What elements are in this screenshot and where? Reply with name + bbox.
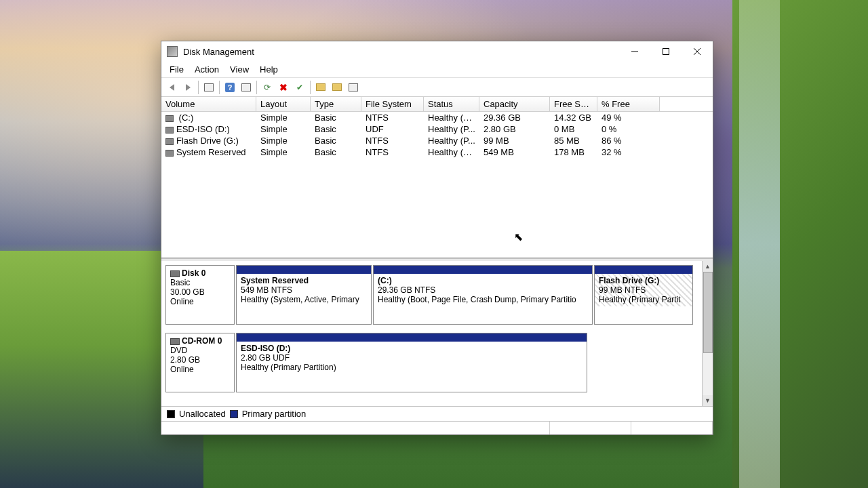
partition-header <box>374 266 592 274</box>
volume-row[interactable]: (C:)SimpleBasicNTFSHealthy (B...29.36 GB… <box>161 112 713 123</box>
menu-file[interactable]: File <box>164 63 189 76</box>
volume-row[interactable]: Flash Drive (G:)SimpleBasicNTFSHealthy (… <box>161 135 713 146</box>
menu-action[interactable]: Action <box>189 63 224 76</box>
volume-cell: Simple <box>256 113 311 123</box>
volume-cell: 85 MB <box>550 136 597 146</box>
toolbar-separator <box>198 81 199 94</box>
disk-label[interactable]: Disk 0Basic30.00 GBOnline <box>165 265 235 325</box>
partition[interactable]: (C:)29.36 GB NTFSHealthy (Boot, Page Fil… <box>373 265 593 325</box>
volume-cell: Simple <box>256 147 311 157</box>
properties-button[interactable] <box>239 80 254 95</box>
scroll-down-button[interactable]: ▼ <box>703 395 713 406</box>
graphical-view: Disk 0Basic30.00 GBOnlineSystem Reserved… <box>161 261 713 406</box>
legend: Unallocated Primary partition <box>161 406 713 421</box>
volume-cell: 99 MB <box>479 136 550 146</box>
check-button[interactable]: ✔ <box>292 80 307 95</box>
partition-header <box>237 266 371 274</box>
disk-row: Disk 0Basic30.00 GBOnlineSystem Reserved… <box>165 265 709 325</box>
scroll-up-button[interactable]: ▲ <box>703 261 713 272</box>
volume-cell: 86 % <box>597 136 660 146</box>
toolbar-separator <box>219 81 220 94</box>
menu-view[interactable]: View <box>224 63 254 76</box>
volume-cell: 32 % <box>597 147 660 157</box>
panel-icon <box>204 83 214 92</box>
partition[interactable]: Flash Drive (G:)99 MB NTFSHealthy (Prima… <box>594 265 693 325</box>
col-type[interactable]: Type <box>311 97 361 111</box>
volume-cell: 49 % <box>597 113 660 123</box>
refresh-button[interactable]: ⟳ <box>260 80 275 95</box>
help-button[interactable]: ? <box>222 80 237 95</box>
volume-cell: NTFS <box>361 113 424 123</box>
volume-cell: Healthy (B... <box>424 113 479 123</box>
forward-button[interactable] <box>180 80 195 95</box>
volume-cell: ESD-ISO (D:) <box>161 124 256 134</box>
volume-cell: Healthy (S... <box>424 147 479 157</box>
x-icon: ✖ <box>279 82 288 93</box>
volume-cell: Simple <box>256 136 311 146</box>
volume-cell: Basic <box>311 136 361 146</box>
app-icon <box>167 46 178 57</box>
properties-icon <box>241 83 251 92</box>
toolbar-separator <box>256 81 257 94</box>
folder-icon <box>316 83 326 91</box>
col-freespace[interactable]: Free Spa... <box>550 97 597 111</box>
col-capacity[interactable]: Capacity <box>479 97 550 111</box>
titlebar[interactable]: Disk Management <box>161 41 713 62</box>
scroll-thumb[interactable] <box>703 272 713 353</box>
partition[interactable]: ESD-ISO (D:)2.80 GB UDFHealthy (Primary … <box>236 333 587 392</box>
minimize-button[interactable] <box>619 41 650 62</box>
volume-cell: 178 MB <box>550 147 597 157</box>
delete-button[interactable]: ✖ <box>276 80 291 95</box>
window-icon <box>349 83 358 92</box>
legend-primary-swatch <box>230 410 238 418</box>
arrow-right-icon <box>186 84 191 91</box>
volume-cell: System Reserved <box>161 147 256 157</box>
maximize-button[interactable] <box>650 41 682 62</box>
folder-icon <box>332 83 342 91</box>
volume-row[interactable]: System ReservedSimpleBasicNTFSHealthy (S… <box>161 146 713 158</box>
legend-unallocated-swatch <box>167 410 175 418</box>
svg-rect-1 <box>663 49 669 55</box>
legend-primary-label: Primary partition <box>242 409 307 419</box>
back-button[interactable] <box>164 80 179 95</box>
disk-label[interactable]: CD-ROM 0DVD2.80 GBOnline <box>165 333 235 392</box>
col-volume[interactable]: Volume <box>161 97 256 111</box>
volume-cell: 29.36 GB <box>479 113 550 123</box>
volume-cell: UDF <box>361 124 424 134</box>
toolbar: ? ⟳ ✖ ✔ <box>161 78 713 97</box>
close-button[interactable] <box>682 41 713 62</box>
volume-cell: (C:) <box>161 113 256 123</box>
graphical-scrollbar[interactable]: ▲ ▼ <box>702 261 713 406</box>
action3-button[interactable] <box>346 80 361 95</box>
window-title: Disk Management <box>183 47 619 57</box>
help-icon: ? <box>225 83 235 92</box>
volume-cell: Simple <box>256 124 311 134</box>
volume-row[interactable]: ESD-ISO (D:)SimpleBasicUDFHealthy (P...2… <box>161 123 713 135</box>
volume-list-body[interactable]: (C:)SimpleBasicNTFSHealthy (B...29.36 GB… <box>161 112 713 258</box>
partition-container: ESD-ISO (D:)2.80 GB UDFHealthy (Primary … <box>236 333 709 392</box>
volume-cell: NTFS <box>361 136 424 146</box>
volume-cell: NTFS <box>361 147 424 157</box>
volume-cell: 549 MB <box>479 147 550 157</box>
show-hide-console-button[interactable] <box>201 80 216 95</box>
volume-cell: Basic <box>311 113 361 123</box>
wallpaper-waterfall <box>739 0 780 488</box>
col-pctfree[interactable]: % Free <box>597 97 660 111</box>
refresh-icon: ⟳ <box>264 83 271 92</box>
partition-header <box>595 266 692 274</box>
col-layout[interactable]: Layout <box>256 97 311 111</box>
action1-button[interactable] <box>313 80 328 95</box>
col-filesystem[interactable]: File System <box>361 97 424 111</box>
volume-cell: Flash Drive (G:) <box>161 136 256 146</box>
arrow-left-icon <box>170 84 174 91</box>
statusbar <box>161 421 713 434</box>
volume-cell: Basic <box>311 147 361 157</box>
volume-cell: Healthy (P... <box>424 136 479 146</box>
action2-button[interactable] <box>330 80 344 95</box>
menu-help[interactable]: Help <box>254 63 283 76</box>
col-status[interactable]: Status <box>424 97 479 111</box>
partition[interactable]: System Reserved549 MB NTFSHealthy (Syste… <box>236 265 372 325</box>
menubar: File Action View Help <box>161 62 713 78</box>
volume-cell: 2.80 GB <box>479 124 550 134</box>
volume-cell: 0 % <box>597 124 660 134</box>
